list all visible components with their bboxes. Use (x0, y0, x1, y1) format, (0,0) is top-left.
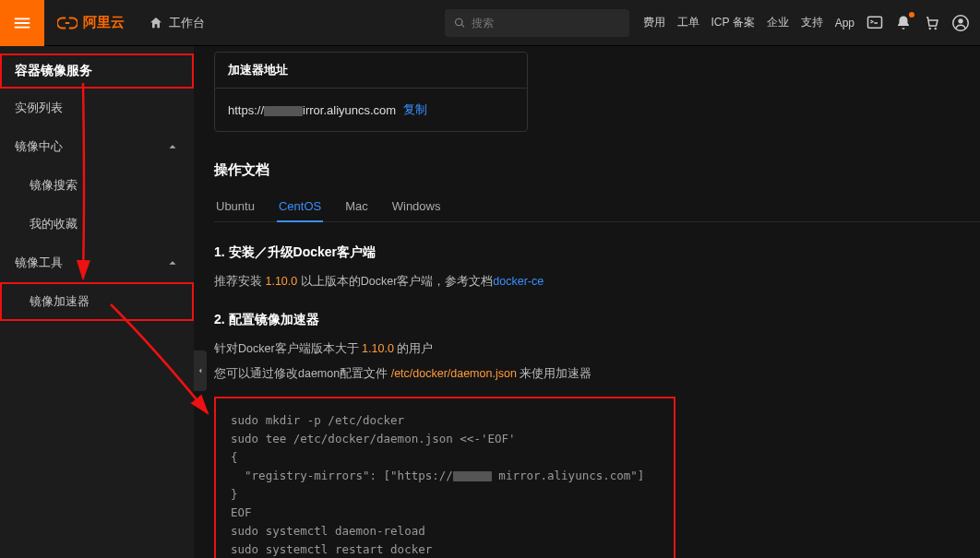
accelerator-card-header: 加速器地址 (215, 53, 527, 89)
search-box[interactable] (445, 9, 629, 37)
chevron-up-icon (166, 140, 179, 153)
sidebar-group-label: 镜像中心 (15, 138, 63, 155)
version-highlight: 1.10.0 (265, 275, 297, 288)
brand-logo[interactable]: 阿里云 (57, 13, 125, 33)
doc-tabs: Ubuntu CentOS Mac Windows (214, 192, 980, 222)
sidebar-title: 容器镜像服务 (0, 53, 194, 89)
svg-point-2 (935, 27, 937, 29)
tab-windows[interactable]: Windows (390, 192, 443, 221)
top-link-support[interactable]: 支持 (801, 15, 823, 30)
step1-title: 1. 安装／升级Docker客户端 (214, 244, 980, 261)
tab-ubuntu[interactable]: Ubuntu (214, 192, 257, 221)
docker-ce-link[interactable]: docker-ce (493, 275, 544, 288)
notification-dot (909, 12, 914, 18)
step2-line1: 针对Docker客户端版本大于 1.10.0 的用户 (214, 341, 980, 357)
workbench-link[interactable]: 工作台 (149, 15, 205, 31)
copy-button[interactable]: 复制 (403, 101, 427, 118)
top-link-ent[interactable]: 企业 (767, 15, 789, 30)
sidebar-item-instances[interactable]: 实例列表 (0, 89, 194, 127)
menu-toggle-button[interactable] (0, 0, 44, 46)
main-content: 加速器地址 https://irror.aliyuncs.com 复制 操作文档… (194, 46, 980, 558)
step2-line2: 您可以通过修改daemon配置文件 /etc/docker/daemon.jso… (214, 366, 980, 382)
masked-subdomain (453, 471, 492, 481)
hamburger-icon (12, 13, 32, 33)
aliyun-logo-icon (57, 13, 78, 33)
top-link-app[interactable]: App (835, 17, 855, 30)
search-icon (454, 17, 466, 30)
sidebar-group-image-tools[interactable]: 镜像工具 (0, 243, 194, 282)
accelerator-url: https://irror.aliyuncs.com (228, 103, 396, 117)
accelerator-card-body: https://irror.aliyuncs.com 复制 (215, 89, 527, 131)
top-link-icp[interactable]: ICP 备案 (711, 15, 755, 30)
brand-text: 阿里云 (83, 14, 125, 31)
sidebar-group-label: 镜像工具 (15, 255, 63, 271)
top-link-tickets[interactable]: 工单 (677, 15, 699, 30)
tab-mac[interactable]: Mac (343, 192, 370, 221)
doc-title: 操作文档 (214, 161, 980, 179)
notifications-button[interactable] (895, 15, 912, 31)
chevron-up-icon (166, 256, 179, 269)
cart-icon (924, 15, 940, 31)
search-input[interactable] (472, 17, 620, 30)
top-link-fees[interactable]: 费用 (643, 15, 665, 30)
svg-point-1 (929, 27, 931, 29)
home-icon (149, 16, 163, 30)
sidebar-item-my-favorites[interactable]: 我的收藏 (0, 205, 194, 243)
config-path: /etc/docker/daemon.json (391, 367, 517, 380)
tab-centos[interactable]: CentOS (277, 192, 323, 222)
svg-point-4 (958, 18, 962, 23)
terminal-icon (866, 15, 883, 31)
cart-button[interactable] (924, 15, 940, 31)
sidebar-item-image-accelerator[interactable]: 镜像加速器 (0, 282, 194, 321)
chevron-left-icon (196, 366, 205, 375)
code-block[interactable]: sudo mkdir -p /etc/docker sudo tee /etc/… (214, 397, 675, 558)
profile-button[interactable] (952, 15, 969, 31)
sidebar-collapse-handle[interactable] (194, 350, 207, 391)
workbench-label: 工作台 (169, 15, 205, 31)
sidebar-group-image-center[interactable]: 镜像中心 (0, 127, 194, 166)
step1-desc: 推荐安装 1.10.0 以上版本的Docker客户端，参考文档docker-ce (214, 274, 980, 290)
top-right-links: 费用 工单 ICP 备案 企业 支持 App (643, 15, 980, 31)
topbar: 阿里云 工作台 费用 工单 ICP 备案 企业 支持 App (0, 0, 980, 46)
sidebar: 容器镜像服务 实例列表 镜像中心 镜像搜索 我的收藏 镜像工具 镜像加速器 (0, 46, 194, 558)
sidebar-item-image-search[interactable]: 镜像搜索 (0, 166, 194, 205)
step2-title: 2. 配置镜像加速器 (214, 312, 980, 328)
terminal-button[interactable] (866, 15, 883, 31)
accelerator-card: 加速器地址 https://irror.aliyuncs.com 复制 (214, 52, 528, 132)
user-icon (952, 15, 969, 31)
masked-subdomain (264, 106, 303, 116)
